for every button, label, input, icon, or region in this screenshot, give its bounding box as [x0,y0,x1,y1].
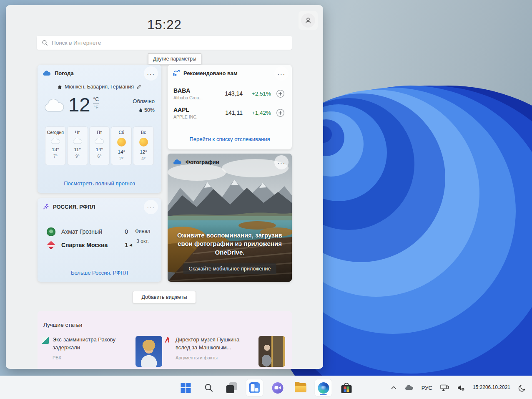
avatar [301,13,315,28]
akhmat-team-badge [47,227,55,236]
system-tray: РУС 15:22 06.10.2021 [389,376,529,399]
match-team1-row: Ахмат Грозный 0 [47,227,128,237]
search-icon [42,40,48,46]
sports-runner-icon [43,203,49,210]
article-thumbnail [136,336,162,367]
forecast-day: Пт 14° 6° [89,126,110,165]
news-section-title: Лучшие статьи [43,322,286,328]
full-forecast-link[interactable]: Посмотреть полный прогноз [64,180,135,187]
match-status-block: Финал 3 окт. [130,228,156,244]
start-button[interactable] [178,379,194,396]
tray-date: 06.10.2021 [485,384,510,391]
focus-assist-button[interactable] [516,379,529,396]
add-widgets-button[interactable]: Добавить виджеты [133,291,196,303]
taskbar-search-button[interactable] [201,379,217,396]
plus-circle-icon [276,89,285,98]
watchlist-link[interactable]: Перейти к списку отслеживания [189,136,270,142]
account-button[interactable] [299,11,318,30]
article-thumbnail [258,336,285,367]
language-indicator[interactable]: РУС [419,379,435,396]
article-body: Директор музея Пушкина вслед за Машковым… [176,336,249,360]
weather-location-row[interactable]: Мюнхен, Бавария, Германия [38,84,161,90]
droplet-icon [139,108,143,113]
more-league-link[interactable]: Больше Россия. РФПЛ [71,270,128,276]
speaker-muted-icon [457,384,465,391]
stock-row-baba[interactable]: BABA Alibaba Grou... 143,14 +2,51% [173,86,286,101]
file-explorer-button[interactable] [292,379,309,396]
search-icon [204,383,214,393]
weather-widget[interactable]: Погода ··· Мюнхен, Бавария, Германия 12 … [38,65,161,193]
hidden-icons-button[interactable] [389,379,399,396]
folder-icon [295,383,306,392]
widgets-button[interactable] [246,379,263,396]
panel-clock: 15:22 [6,18,323,33]
taskbar-clock[interactable]: 15:22 06.10.2021 [470,379,513,396]
tray-time: 15:22 [473,384,485,391]
edit-pencil-icon[interactable] [136,84,141,89]
onedrive-tray-button[interactable] [402,379,416,396]
photos-widget[interactable]: Фотографии ··· Оживите воспоминания, заг… [168,154,292,282]
team1-score: 0 [120,228,128,235]
edge-button[interactable] [315,379,332,396]
chat-button[interactable] [269,379,286,396]
landscape-photo [168,154,292,282]
add-to-watchlist-button[interactable] [276,109,285,117]
news-article[interactable]: Экс-замминистра Ракову задержали РБК [42,336,165,360]
stock-change: +1,42% [243,110,271,116]
forecast-row: Сегодня 13° 7° Чт 11° 9° Пт 14° 6° Сб 14… [45,126,154,165]
volume-muted-button[interactable] [454,379,467,396]
task-view-button[interactable] [223,379,240,396]
sports-widget[interactable]: РОССИЯ. РФПЛ ··· Ахмат Грозный 0 Спартак… [38,198,161,282]
weather-forecast-link-row: Посмотреть полный прогноз [38,179,161,187]
stock-row-aapl[interactable]: AAPL APPLE INC. 141,11 +1,42% [173,105,286,121]
microsoft-store-button[interactable] [338,379,355,396]
web-search-bar[interactable] [37,36,292,50]
taskbar-center-icons [178,376,355,399]
more-options-tooltip: Другие параметры [148,53,201,64]
stocks-more-button[interactable]: ··· [274,66,289,81]
news-article[interactable]: Директор музея Пушкина вслед за Машковым… [165,336,288,360]
store-bag-icon [341,383,351,393]
edge-browser-icon [318,382,329,394]
cloudy-icon [43,99,65,112]
rbc-logo-icon [42,337,49,344]
task-view-icon [226,382,237,393]
articles-row: Экс-замминистра Ракову задержали РБК Дир… [42,336,288,360]
cloudy-icon [72,138,83,144]
unit-fahrenheit[interactable]: °F [93,105,99,110]
sports-title: РОССИЯ. РФПЛ [53,204,95,210]
person-icon [304,16,313,25]
sports-more-button[interactable]: ··· [144,200,158,214]
chevron-up-icon [391,386,396,389]
spartak-team-badge [47,240,55,249]
photos-more-button[interactable]: ··· [274,155,289,169]
match-team2-row: Спартак Москва 1 ◀ [47,240,132,250]
weather-cloud-icon [43,71,51,76]
aif-logo-icon [165,337,172,344]
photos-title: Фотографии [186,159,219,165]
download-app-button[interactable]: Скачайте мобильное приложение [183,263,276,274]
photos-header: Фотографии [168,154,292,170]
condition-text: Облачно [133,98,155,104]
article-title: Экс-замминистра Ракову задержали [53,336,126,352]
network-tray-button[interactable] [438,379,452,396]
sports-header: РОССИЯ. РФПЛ [38,198,161,215]
unit-celsius[interactable]: °C [93,96,99,104]
weather-condition-block: Облачно 50% [133,98,155,113]
widgets-icon [249,382,260,393]
search-input[interactable] [52,40,287,46]
stocks-link-row: Перейти к списку отслеживания [168,135,292,143]
home-icon [58,85,62,89]
weather-more-button[interactable]: ··· [144,66,158,81]
weather-header: Погода [38,65,161,81]
match-date: 3 окт. [130,238,156,244]
unit-toggle[interactable]: °C °F [93,96,99,110]
team1-name: Ахмат Грозный [61,228,120,235]
add-to-watchlist-button[interactable] [276,89,285,98]
article-body: Экс-замминистра Ракову задержали РБК [53,336,126,360]
forecast-day: Чт 11° 9° [67,126,88,165]
stocks-widget[interactable]: Рекомендовано вам ··· BABA Alibaba Grou.… [168,65,292,149]
current-temperature: 12 [68,95,90,114]
forecast-day: Вс 12° 4° [133,126,154,165]
taskbar: РУС 15:22 06.10.2021 [0,376,532,399]
